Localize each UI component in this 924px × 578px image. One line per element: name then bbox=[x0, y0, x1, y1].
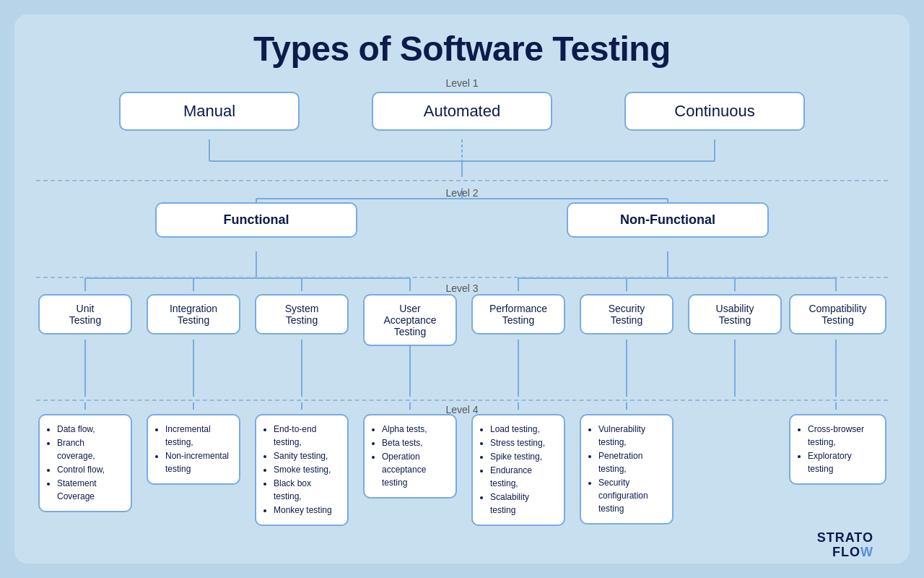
l3-system: SystemTesting bbox=[255, 294, 349, 335]
dashed-line-l3-l4 bbox=[36, 400, 888, 401]
security-testing-node: SecurityTesting bbox=[580, 294, 674, 335]
l4-integration: Incremental testing, Non-incremental tes… bbox=[147, 414, 240, 485]
l4-system: End-to-end testing, Sanity testing, Smok… bbox=[255, 414, 349, 526]
l3-unit: UnitTesting bbox=[38, 294, 132, 335]
level1-label-text: Level 1 bbox=[36, 77, 888, 89]
l1-automated: Automated bbox=[372, 92, 552, 131]
unit-testing-node: UnitTesting bbox=[38, 294, 132, 335]
level2-label-text: Level 2 bbox=[36, 187, 888, 199]
integration-testing-node: IntegrationTesting bbox=[147, 294, 240, 335]
unit-details-node: Data flow, Branch coverage, Control flow… bbox=[38, 414, 132, 512]
performance-details-node: Load testing, Stress testing, Spike test… bbox=[471, 414, 565, 526]
l2-nonfunctional: Non-Functional bbox=[567, 202, 769, 238]
functional-node: Functional bbox=[155, 202, 357, 238]
continuous-node: Continuous bbox=[624, 92, 805, 131]
uat-details-node: Alpha tests, Beta tests, Operation accep… bbox=[363, 414, 457, 499]
dashed-line-l2-l3 bbox=[36, 277, 888, 278]
brand-line1: STRATO bbox=[817, 531, 873, 545]
nonfunctional-node: Non-Functional bbox=[567, 202, 769, 238]
l4-unit: Data flow, Branch coverage, Control flow… bbox=[38, 414, 132, 512]
page-title: Types of Software Testing bbox=[36, 29, 888, 69]
dashed-line-l1-l2 bbox=[36, 180, 888, 181]
brand: STRATO FLOW bbox=[817, 531, 873, 560]
brand-line2: FLOW bbox=[817, 545, 873, 560]
l4-uat: Alpha tests, Beta tests, Operation accep… bbox=[363, 414, 457, 499]
performance-testing-node: PerformanceTesting bbox=[471, 294, 565, 335]
automated-node: Automated bbox=[372, 92, 552, 131]
security-details-node: Vulnerability testing, Penetration testi… bbox=[580, 414, 674, 525]
main-container: Types of Software Testing bbox=[14, 14, 910, 564]
system-testing-node: SystemTesting bbox=[255, 294, 349, 335]
l3-compatibility: CompatibilityTesting bbox=[789, 294, 886, 335]
l3-performance: PerformanceTesting bbox=[471, 294, 565, 335]
l3-uat: UserAcceptanceTesting bbox=[363, 294, 457, 346]
l3-security: SecurityTesting bbox=[580, 294, 674, 335]
l3-integration: IntegrationTesting bbox=[147, 294, 240, 335]
integration-details-node: Incremental testing, Non-incremental tes… bbox=[147, 414, 240, 485]
l2-functional: Functional bbox=[155, 202, 357, 238]
compatibility-details-node: Cross-browser testing, Exploratory testi… bbox=[789, 414, 886, 485]
diagram: Level 1 Manual Automated Continuous Leve… bbox=[36, 76, 888, 567]
level3-label-text: Level 3 bbox=[36, 282, 888, 294]
l4-security: Vulnerability testing, Penetration testi… bbox=[580, 414, 674, 525]
l1-continuous: Continuous bbox=[624, 92, 805, 131]
system-details-node: End-to-end testing, Sanity testing, Smok… bbox=[255, 414, 349, 526]
manual-node: Manual bbox=[119, 92, 300, 131]
l4-performance: Load testing, Stress testing, Spike test… bbox=[471, 414, 565, 526]
usability-testing-node: UsabilityTesting bbox=[688, 294, 782, 335]
l3-usability: UsabilityTesting bbox=[688, 294, 782, 335]
uat-node: UserAcceptanceTesting bbox=[363, 294, 457, 346]
l1-manual: Manual bbox=[119, 92, 300, 131]
l4-compatibility: Cross-browser testing, Exploratory testi… bbox=[789, 414, 886, 485]
compatibility-testing-node: CompatibilityTesting bbox=[789, 294, 886, 335]
